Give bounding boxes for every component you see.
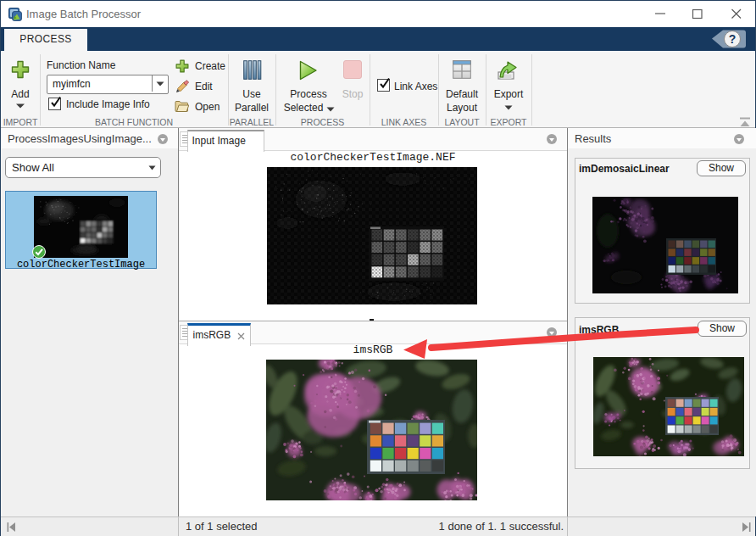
svg-text:?: ? <box>729 32 737 46</box>
